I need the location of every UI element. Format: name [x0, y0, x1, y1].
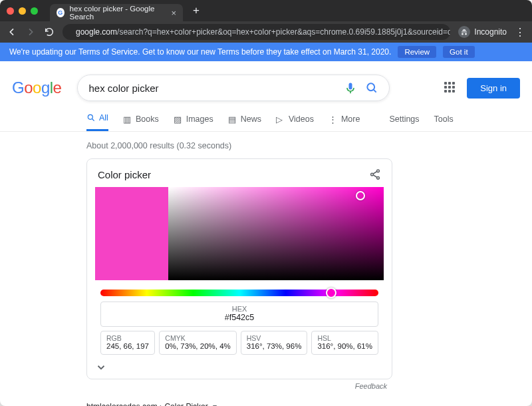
tab-more[interactable]: ⋮More — [329, 106, 360, 131]
hue-thumb[interactable] — [326, 288, 336, 298]
color-swatch — [95, 187, 168, 280]
cmyk-box[interactable]: CMYK 0%, 73%, 20%, 4% — [159, 331, 236, 355]
tos-banner: We're updating our Terms of Service. Get… — [0, 43, 532, 61]
hsv-label: HSV — [247, 334, 302, 342]
tab-all-label: All — [99, 113, 108, 122]
expand-button[interactable] — [95, 359, 384, 376]
url-path: /search?q=hex+color+picker&oq=hex+color+… — [117, 27, 450, 37]
search-icon[interactable] — [365, 81, 378, 95]
hsv-box[interactable]: HSV 316°, 73%, 96% — [241, 331, 308, 355]
saturation-value-plane[interactable] — [168, 187, 384, 280]
hsl-value: 316°, 90%, 61% — [317, 342, 372, 350]
back-button[interactable] — [7, 27, 17, 37]
forward-button[interactable] — [25, 27, 36, 37]
hex-box[interactable]: HEX #f542c5 — [100, 302, 378, 327]
cmyk-label: CMYK — [165, 334, 230, 342]
search-input[interactable] — [88, 83, 336, 94]
share-icon[interactable] — [369, 168, 381, 180]
incognito-icon — [458, 26, 470, 38]
tab-books[interactable]: ▥Books — [123, 106, 159, 131]
close-tab-icon[interactable]: × — [171, 8, 176, 18]
hsl-label: HSL — [317, 334, 372, 342]
search-tabs: All ▥Books ▨Images ▤News ▷Videos ⋮More S… — [0, 106, 532, 132]
color-picker-card: Color picker HEX #f542c5 RGB 245, 66, 19… — [86, 158, 392, 379]
feedback-link[interactable]: Feedback — [86, 379, 392, 390]
cmyk-value: 0%, 73%, 20%, 4% — [165, 342, 230, 350]
rgb-label: RGB — [106, 334, 149, 342]
tab-title: hex color picker - Google Search — [70, 5, 162, 21]
rgb-value: 245, 66, 197 — [106, 342, 149, 350]
result-cite: htmlcolorcodes.com › Color Picker ▾ — [86, 402, 419, 406]
google-logo[interactable]: Google — [12, 79, 61, 97]
banner-message: We're updating our Terms of Service. Get… — [9, 47, 391, 57]
result-stats: About 2,000,000 results (0.32 seconds) — [0, 132, 532, 158]
hex-label: HEX — [101, 305, 378, 313]
hex-value: #f542c5 — [101, 313, 378, 322]
tab-images[interactable]: ▨Images — [174, 106, 213, 131]
sign-in-button[interactable]: Sign in — [467, 78, 520, 99]
svg-point-1 — [88, 114, 92, 119]
cite-path: Color Picker — [164, 402, 207, 406]
tab-all[interactable]: All — [86, 106, 108, 131]
incognito-indicator[interactable]: Incognito — [458, 26, 507, 38]
tools-link[interactable]: Tools — [434, 106, 454, 131]
tab-videos[interactable]: ▷Videos — [276, 106, 314, 131]
result-menu-icon[interactable]: ▾ — [210, 402, 217, 406]
got-it-button[interactable]: Got it — [443, 46, 474, 58]
favicon-icon: G — [57, 8, 65, 17]
tab-books-label: Books — [136, 114, 159, 124]
tab-news[interactable]: ▤News — [228, 106, 261, 131]
maximize-window-button[interactable] — [31, 7, 38, 15]
tab-news-label: News — [241, 114, 261, 124]
browser-menu-icon[interactable]: ⋮ — [515, 27, 525, 37]
tab-images-label: Images — [186, 114, 213, 124]
voice-search-icon[interactable] — [344, 81, 357, 95]
chevron-down-icon — [95, 361, 107, 373]
search-result: htmlcolorcodes.com › Color Picker ▾ Colo… — [86, 390, 419, 406]
google-apps-icon[interactable] — [444, 82, 456, 94]
tab-more-label: More — [341, 114, 360, 124]
hue-slider[interactable] — [100, 290, 378, 296]
window-controls — [7, 7, 38, 15]
tab-videos-label: Videos — [289, 114, 314, 124]
cite-domain: htmlcolorcodes.com — [86, 402, 158, 406]
review-button[interactable]: Review — [398, 46, 436, 58]
format-row: RGB 245, 66, 197 CMYK 0%, 73%, 20%, 4% H… — [100, 331, 378, 355]
sv-cursor[interactable] — [356, 191, 365, 200]
browser-tab[interactable]: G hex color picker - Google Search × — [50, 4, 183, 21]
settings-link[interactable]: Settings — [389, 106, 419, 131]
reload-button[interactable] — [44, 27, 55, 37]
new-tab-button[interactable]: + — [190, 4, 203, 17]
card-title: Color picker — [98, 169, 151, 180]
address-bar[interactable]: google.com/search?q=hex+color+picker&oq=… — [63, 24, 450, 40]
google-header: Google Sign in — [0, 61, 532, 101]
incognito-label: Incognito — [474, 27, 507, 37]
url-bar: google.com/search?q=hex+color+picker&oq=… — [0, 21, 532, 43]
hsl-box[interactable]: HSL 316°, 90%, 61% — [311, 331, 378, 355]
close-window-button[interactable] — [7, 7, 14, 15]
titlebar: G hex color picker - Google Search × + — [0, 0, 532, 21]
rgb-box[interactable]: RGB 245, 66, 197 — [100, 331, 155, 355]
search-box[interactable] — [77, 75, 390, 101]
url-domain: google.com — [76, 27, 117, 37]
svg-point-0 — [368, 83, 375, 91]
minimize-window-button[interactable] — [19, 7, 26, 15]
color-picker-area — [95, 187, 384, 280]
browser-window: G hex color picker - Google Search × + g… — [0, 0, 532, 406]
hsv-value: 316°, 73%, 96% — [247, 342, 302, 350]
